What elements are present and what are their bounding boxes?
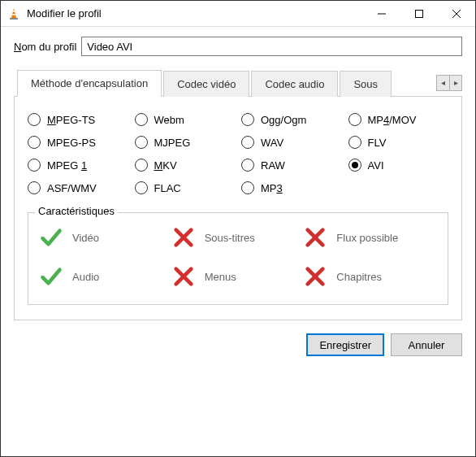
- profile-name-label: Nom du profil: [14, 41, 76, 53]
- radio-mp4-mov[interactable]: MP4/MOV: [348, 113, 449, 126]
- titlebar: Modifier le profil: [1, 1, 475, 27]
- save-button[interactable]: Enregistrer: [306, 333, 384, 356]
- feature-audio: Audio: [40, 265, 172, 288]
- cross-icon: [304, 265, 327, 288]
- svg-rect-3: [10, 18, 18, 20]
- tab-video-codec[interactable]: Codec vidéo: [163, 71, 249, 97]
- cross-icon: [172, 265, 195, 288]
- svg-rect-2: [12, 14, 16, 15]
- cross-icon: [172, 226, 195, 249]
- check-icon: [40, 265, 63, 288]
- check-icon: [40, 226, 63, 249]
- tab-subtitles[interactable]: Sous: [340, 71, 392, 97]
- radio-ogg[interactable]: Ogg/Ogm: [241, 113, 342, 126]
- feature-subtitles: Sous-titres: [172, 226, 305, 249]
- radio-webm[interactable]: Webm: [135, 113, 236, 126]
- tab-encapsulation[interactable]: Méthode d'encapsulation: [17, 70, 162, 97]
- svg-rect-5: [416, 10, 423, 17]
- maximize-button[interactable]: [400, 1, 438, 26]
- radio-mpeg-ps[interactable]: MPEG-PS: [28, 136, 128, 149]
- cross-icon: [304, 226, 327, 249]
- radio-avi[interactable]: AVI: [348, 159, 449, 172]
- radio-wav[interactable]: WAV: [241, 136, 342, 149]
- radio-mkv[interactable]: MKV: [135, 159, 236, 172]
- radio-flac[interactable]: FLAC: [135, 181, 236, 194]
- feature-video: Vidéo: [40, 226, 172, 249]
- window-title: Modifier le profil: [27, 7, 363, 20]
- radio-mpeg-1[interactable]: MPEG 1: [28, 159, 128, 172]
- dialog-buttons: Enregistrer Annuler: [14, 333, 462, 356]
- feature-streamable: Flux possible: [304, 226, 436, 249]
- features-groupbox: Caractéristiques Vidéo Sous-titres Flux …: [28, 212, 448, 305]
- feature-chapters: Chapitres: [304, 265, 436, 288]
- tab-audio-codec[interactable]: Codec audio: [251, 71, 338, 97]
- svg-rect-1: [12, 11, 15, 12]
- format-radio-group: MPEG-TS Webm Ogg/Ogm MP4/MOV MPEG-PS MJP…: [28, 113, 448, 194]
- vlc-cone-icon: [7, 7, 20, 20]
- radio-asf-wmv[interactable]: ASF/WMV: [28, 181, 128, 194]
- features-legend: Caractéristiques: [35, 205, 118, 217]
- tab-scroll-left-icon[interactable]: ◂: [436, 75, 449, 91]
- profile-name-input[interactable]: [81, 37, 462, 56]
- minimize-button[interactable]: [363, 1, 400, 26]
- cancel-button[interactable]: Annuler: [391, 333, 462, 356]
- tab-strip: Méthode d'encapsulation Codec vidéo Code…: [14, 69, 462, 97]
- svg-marker-0: [11, 8, 16, 18]
- window-controls: [363, 1, 475, 26]
- radio-raw[interactable]: RAW: [241, 159, 342, 172]
- radio-mpeg-ts[interactable]: MPEG-TS: [28, 113, 128, 126]
- encapsulation-panel: MPEG-TS Webm Ogg/Ogm MP4/MOV MPEG-PS MJP…: [14, 97, 462, 320]
- radio-flv[interactable]: FLV: [348, 136, 449, 149]
- profile-name-row: Nom du profil: [14, 37, 462, 56]
- feature-menus: Menus: [172, 265, 305, 288]
- close-button[interactable]: [438, 1, 475, 26]
- tab-scroll-right-icon[interactable]: ▸: [449, 75, 462, 91]
- radio-mjpeg[interactable]: MJPEG: [135, 136, 236, 149]
- radio-mp3[interactable]: MP3: [241, 181, 342, 194]
